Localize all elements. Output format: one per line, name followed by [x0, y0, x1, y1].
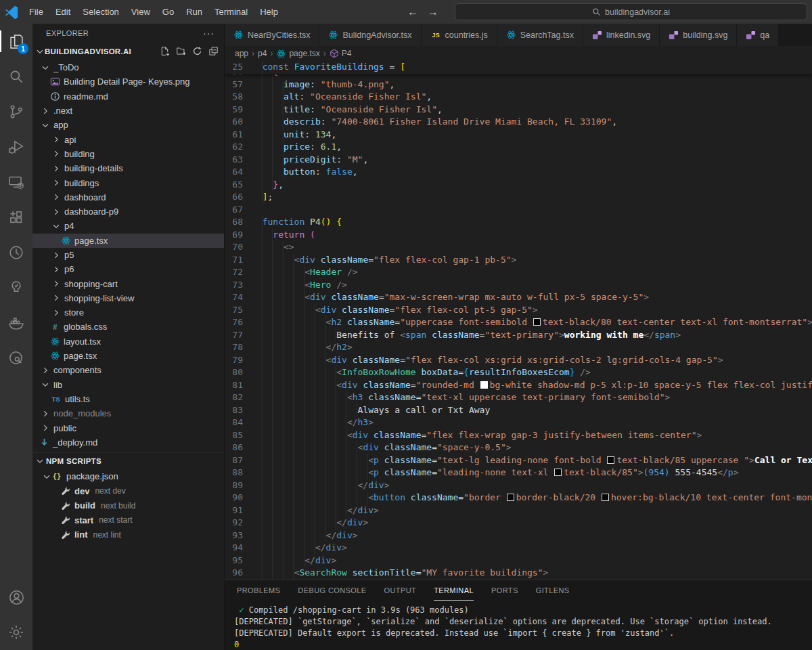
code-line-66[interactable]: 66 ];	[225, 191, 812, 204]
menu-help[interactable]: Help	[254, 0, 284, 24]
code-line-62[interactable]: 62 price: 6.1,	[225, 141, 812, 154]
code-line-89[interactable]: 89 </div>	[225, 479, 812, 492]
tab-bulidngadvisor.tsx[interactable]: BulidngAdvisor.tsx	[319, 24, 420, 46]
tree-item-p4[interactable]: p4	[32, 219, 224, 233]
code-editor[interactable]: 56 {57 image: "thumb-4.png",58 alt: "Oce…	[225, 61, 812, 580]
tree-item-building-details[interactable]: building-details	[32, 161, 224, 175]
tree-item-_todo[interactable]: _ToDo	[32, 60, 224, 74]
npm-script-dev[interactable]: devnext dev	[32, 484, 224, 499]
code-line-83[interactable]: 83 Always a call or Txt Away	[225, 404, 812, 417]
new-folder-icon[interactable]	[176, 46, 186, 56]
tree-item-page.tsx[interactable]: page.tsx	[32, 234, 224, 248]
code-line-58[interactable]: 58 alt: "Oceanside Fisher Isl",	[225, 91, 812, 104]
code-line-65[interactable]: 65 },	[225, 179, 812, 192]
tree-item-p6[interactable]: p6	[32, 262, 224, 276]
menu-file[interactable]: File	[23, 0, 49, 24]
code-line-80[interactable]: 80 <InfoBoxRowHome boxData={resultInfoBo…	[225, 366, 812, 379]
activity-run-debug[interactable]	[0, 129, 32, 165]
npm-script-start[interactable]: startnext start	[32, 513, 224, 528]
collapse-all-icon[interactable]	[208, 46, 219, 56]
tab-qa[interactable]: qa	[737, 24, 778, 46]
tree-item-shopping-list-view[interactable]: shopping-list-view	[32, 291, 224, 305]
tree-item-node_modules[interactable]: node_modules	[32, 406, 224, 420]
tree-item-dashboard-p9[interactable]: dashboard-p9	[32, 204, 224, 219]
activity-gitlens[interactable]	[0, 235, 32, 270]
command-center-search[interactable]: buildingadvisor.ai	[455, 3, 807, 20]
code-line-91[interactable]: 91 </div>	[225, 504, 812, 517]
code-line-61[interactable]: 61 unit: 134,	[225, 129, 812, 142]
activity-source-control[interactable]	[0, 94, 32, 129]
tree-item-building[interactable]: building	[32, 147, 224, 161]
breadcrumb-p4[interactable]: P4	[330, 49, 352, 58]
panel-tab-output[interactable]: OUTPUT	[384, 580, 417, 601]
code-line-73[interactable]: 73 <Hero />	[225, 279, 812, 292]
breadcrumb-p4[interactable]: p4	[258, 49, 267, 58]
activity-testing[interactable]	[0, 270, 32, 305]
code-line-69[interactable]: 69 return (	[225, 229, 812, 242]
code-line-92[interactable]: 92 </div>	[225, 517, 812, 529]
npm-scripts-header[interactable]: NPM SCRIPTS	[32, 453, 224, 469]
tree-item-p5[interactable]: p5	[32, 248, 224, 262]
new-file-icon[interactable]	[160, 46, 170, 56]
code-line-86[interactable]: 86 <div className="space-y-0.5">	[225, 441, 812, 454]
tree-item-buildings[interactable]: buildings	[32, 175, 224, 190]
code-line-85[interactable]: 85 <div className="flex flex-wrap gap-3 …	[225, 429, 812, 442]
terminal-output[interactable]: ✓ Compiled /shopping-cart in 3.9s (963 m…	[225, 601, 812, 650]
tree-item-shopping-cart[interactable]: shopping-cart	[32, 276, 224, 290]
activity-remote-explorer[interactable]	[0, 165, 32, 200]
code-line-25[interactable]: 25 const FavoriteBuildings = [	[225, 61, 812, 74]
code-line-67[interactable]: 67	[225, 204, 812, 217]
tree-item-dashboard[interactable]: dashboard	[32, 190, 224, 204]
code-line-71[interactable]: 71 <div className="flex flex-col gap-1 p…	[225, 254, 812, 267]
tab-countries.js[interactable]: JScountries.js	[422, 24, 497, 46]
tree-item-utils.ts[interactable]: TSutils.ts	[32, 392, 224, 406]
code-line-64[interactable]: 64 button: false,	[225, 166, 812, 179]
panel-tab-problems[interactable]: PROBLEMS	[237, 580, 280, 601]
code-line-77[interactable]: 77 Benefits of <span className="text-pri…	[225, 329, 812, 342]
code-line-90[interactable]: 90 <button className="border border-blac…	[225, 492, 812, 504]
code-line-63[interactable]: 63 priceDigit: "M",	[225, 154, 812, 167]
npm-package-json[interactable]: {}package.json	[32, 469, 224, 484]
tree-item-page.tsx[interactable]: page.tsx	[32, 349, 224, 363]
activity-settings[interactable]	[0, 615, 32, 650]
code-line-87[interactable]: 87 <p className="text-lg leading-none fo…	[225, 454, 812, 467]
code-line-82[interactable]: 82 <h3 className="text-xl uppercase text…	[225, 391, 812, 404]
tree-item-app[interactable]: app	[32, 118, 224, 132]
menu-go[interactable]: Go	[156, 0, 180, 24]
back-arrow-icon[interactable]: ←	[407, 6, 418, 18]
tree-item-lib[interactable]: lib	[32, 378, 224, 392]
code-line-74[interactable]: 74 <div className="max-w-screen-wrap mx-…	[225, 291, 812, 304]
tree-item-building-detail-page--keyes.png[interactable]: Building Detail Page- Keyes.png	[32, 74, 224, 89]
tab-building.svg[interactable]: building.svg	[660, 24, 736, 46]
code-line-72[interactable]: 72 <Header />	[225, 266, 812, 279]
tree-item-globals.css[interactable]: #globals.css	[32, 320, 224, 334]
tree-item-.next[interactable]: .next	[32, 104, 224, 118]
tree-item-api[interactable]: api	[32, 132, 224, 146]
code-line-79[interactable]: 79 <div className="flex flex-col xs:grid…	[225, 354, 812, 367]
activity-account[interactable]	[0, 580, 32, 615]
code-line-59[interactable]: 59 title: "Oceanside Fisher Isl",	[225, 104, 812, 116]
code-line-96[interactable]: 96 <SearchRow sectionTitle="MY favorite …	[225, 567, 812, 580]
code-line-78[interactable]: 78 </h2>	[225, 341, 812, 354]
panel-tab-debug-console[interactable]: DEBUG CONSOLE	[298, 580, 366, 601]
npm-script-build[interactable]: buildnext build	[32, 498, 224, 513]
forward-arrow-icon[interactable]: →	[428, 6, 438, 18]
activity-extensions[interactable]	[0, 200, 32, 235]
tab-linkedin.svg[interactable]: linkedin.svg	[583, 24, 659, 46]
tab-searchtag.tsx[interactable]: SearchTag.tsx	[497, 24, 583, 46]
code-line-60[interactable]: 60 describ: "7400-8061 Fisher Island Dri…	[225, 116, 812, 129]
activity-search[interactable]	[0, 59, 32, 94]
menu-run[interactable]: Run	[180, 0, 208, 24]
code-line-93[interactable]: 93 </div>	[225, 529, 812, 542]
project-section-header[interactable]: BUILDINGADVISOR.AI	[32, 42, 224, 60]
menu-terminal[interactable]: Terminal	[208, 0, 254, 24]
code-line-76[interactable]: 76 <h2 className="uppercase font-semibol…	[225, 316, 812, 329]
tree-item-readme.md[interactable]: readme.md	[32, 89, 224, 104]
code-line-70[interactable]: 70 <>	[225, 241, 812, 254]
refresh-icon[interactable]	[192, 46, 202, 56]
activity-code-inspect[interactable]	[0, 341, 32, 376]
more-actions-icon[interactable]: ···	[203, 28, 215, 39]
breadcrumb-app[interactable]: app	[235, 49, 248, 58]
panel-tab-terminal[interactable]: TERMINAL	[434, 580, 474, 601]
code-line-88[interactable]: 88 <p className="leading-none text-xl te…	[225, 467, 812, 479]
